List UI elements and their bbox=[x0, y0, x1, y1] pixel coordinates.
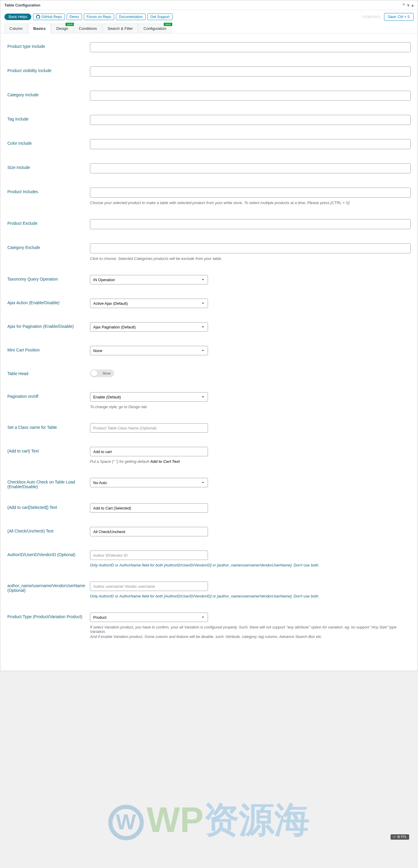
panel-title: Table Configuration bbox=[4, 3, 40, 7]
label-product-visibility-include: Product visibility Include bbox=[7, 66, 90, 73]
row-product-type-include: Product type Include bbox=[7, 42, 411, 52]
row-all-check: (All Check/Uncheck) Text bbox=[7, 527, 411, 536]
helper-author-name: Only AuthorID or AuthorName field for bo… bbox=[90, 594, 411, 598]
support-button[interactable]: Get Support bbox=[147, 13, 173, 20]
label-product-type-include: Product type Include bbox=[7, 42, 90, 49]
select-ajax-pagination[interactable]: Ajax Pagination (Default) bbox=[90, 322, 208, 332]
label-author-id: AuthorID/UserID/VendorID (Optional) bbox=[7, 551, 90, 557]
select-pagination[interactable]: Enable (Default) bbox=[90, 392, 208, 402]
toolbar-left: Basic Helps GitHub Repo Demo Forum on Re… bbox=[4, 13, 173, 20]
label-category-include: Category Include bbox=[7, 91, 90, 97]
label-color-include: Color Include bbox=[7, 139, 90, 146]
label-add-to-cart-selected: (Add to cart[Selected]) Text bbox=[7, 503, 90, 510]
select-ajax-action[interactable]: Active Ajax (Default) bbox=[90, 299, 208, 308]
select-mini-cart[interactable]: None bbox=[90, 346, 208, 355]
tab-column[interactable]: Column bbox=[4, 24, 28, 33]
row-class-name: Set a Class name for Table bbox=[7, 423, 411, 433]
row-taxonomy-query: Taxonomy Query Operation IN Operation bbox=[7, 275, 411, 284]
helper-product-type-1: If select Variation product, you have to… bbox=[90, 625, 411, 634]
tabs: Column Basics DesignSAVE Conditions Sear… bbox=[0, 24, 418, 33]
input-product-visibility-include[interactable] bbox=[90, 66, 411, 76]
tab-search-filter[interactable]: Search & Filter bbox=[103, 24, 138, 33]
label-ajax-pagination: Ajax for Pagination (Enable/Disable) bbox=[7, 322, 90, 329]
row-color-include: Color Include bbox=[7, 139, 411, 149]
row-author-id: AuthorID/UserID/VendorID (Optional) Only… bbox=[7, 551, 411, 567]
select-checkbox-auto[interactable]: No Auto bbox=[90, 478, 208, 487]
input-add-to-cart[interactable] bbox=[90, 447, 208, 456]
row-checkbox-auto: Checkbox Auto Check on Table Load (Enabl… bbox=[7, 478, 411, 489]
row-product-type: Product Type (Product/Variation Product)… bbox=[7, 613, 411, 639]
row-size-include: Size Include bbox=[7, 163, 411, 173]
powered-text: POWERED bbox=[362, 15, 380, 19]
input-class-name[interactable] bbox=[90, 423, 208, 433]
row-table-head: Table Head Show bbox=[7, 369, 411, 378]
label-pagination: Pagination on/off bbox=[7, 392, 90, 399]
input-category-include[interactable] bbox=[90, 91, 411, 101]
input-tag-include[interactable] bbox=[90, 115, 411, 125]
helper-author-id: Only AuthorID or AuthorName field for bo… bbox=[90, 563, 411, 567]
label-taxonomy-query: Taxonomy Query Operation bbox=[7, 275, 90, 281]
documentation-button[interactable]: Documentation bbox=[116, 13, 146, 20]
tab-design[interactable]: DesignSAVE bbox=[51, 24, 73, 33]
row-product-exclude: Product Exclude bbox=[7, 219, 411, 229]
helper-product-type-2: And if enable Variation product, Some co… bbox=[90, 634, 411, 639]
label-ajax-action: Ajax Action (Enable/Disable) bbox=[7, 299, 90, 305]
toggle-table-head[interactable]: Show bbox=[90, 369, 114, 377]
input-product-type-include[interactable] bbox=[90, 42, 411, 52]
panel-collapse-down-icon[interactable]: ∨ bbox=[407, 3, 410, 7]
row-mini-cart: Mini Cart Position None bbox=[7, 346, 411, 355]
select-taxonomy-query[interactable]: IN Operation bbox=[90, 275, 208, 284]
row-ajax-pagination: Ajax for Pagination (Enable/Disable) Aja… bbox=[7, 322, 411, 332]
input-size-include[interactable] bbox=[90, 163, 411, 173]
input-category-exclude[interactable] bbox=[90, 243, 411, 253]
input-author-name[interactable] bbox=[90, 582, 208, 591]
row-ajax-action: Ajax Action (Enable/Disable) Active Ajax… bbox=[7, 299, 411, 308]
label-mini-cart: Mini Cart Position bbox=[7, 346, 90, 352]
helper-add-to-cart: Put a Space (" ") for getting default Ad… bbox=[90, 459, 411, 464]
helper-category-exclude: Click to choose. Selected Categories pro… bbox=[90, 256, 411, 261]
save-button[interactable]: Save: Ctrl + S bbox=[384, 13, 414, 21]
label-product-type: Product Type (Product/Variation Product) bbox=[7, 613, 90, 619]
label-add-to-cart: (Add to cart) Text bbox=[7, 447, 90, 453]
row-add-to-cart-selected: (Add to cart[Selected]) Text bbox=[7, 503, 411, 513]
helper-product-includes: Choose your selected product to make a t… bbox=[90, 200, 411, 205]
select-product-type[interactable]: Product bbox=[90, 613, 208, 622]
toolbar-right: POWERED Save: Ctrl + S bbox=[362, 13, 414, 21]
row-author-name: author_name/username/VendorUserName (Opt… bbox=[7, 582, 411, 598]
row-pagination: Pagination on/off Enable (Default) To ch… bbox=[7, 392, 411, 409]
toolbar: Basic Helps GitHub Repo Demo Forum on Re… bbox=[0, 10, 418, 24]
input-product-exclude[interactable] bbox=[90, 219, 411, 229]
input-add-to-cart-selected[interactable] bbox=[90, 503, 208, 513]
row-add-to-cart: (Add to cart) Text Put a Space (" ") for… bbox=[7, 447, 411, 464]
row-product-includes: Product Includes Choose your selected pr… bbox=[7, 188, 411, 205]
github-repo-button[interactable]: GitHub Repo bbox=[33, 13, 65, 20]
row-product-visibility-include: Product visibility Include bbox=[7, 66, 411, 76]
row-category-include: Category Include bbox=[7, 91, 411, 101]
panel-collapse-up-icon[interactable]: ^ bbox=[403, 3, 405, 7]
label-category-exclude: Category Exclude bbox=[7, 243, 90, 250]
row-tag-include: Tag Include bbox=[7, 115, 411, 125]
form-body: Product type Include Product visibility … bbox=[0, 33, 418, 671]
table-configuration-panel: Table Configuration ^ ∨ ▴ Basic Helps Gi… bbox=[0, 0, 418, 671]
github-icon bbox=[36, 15, 40, 19]
panel-menu-icon[interactable]: ▴ bbox=[412, 3, 414, 7]
tab-configuration[interactable]: ConfigurationSAVE bbox=[139, 24, 171, 33]
input-all-check[interactable] bbox=[90, 527, 208, 536]
demo-button[interactable]: Demo bbox=[67, 13, 82, 20]
toggle-knob bbox=[91, 370, 97, 376]
input-product-includes[interactable] bbox=[90, 188, 411, 197]
helper-pagination: To change style, go to Design tab bbox=[90, 405, 411, 409]
forum-button[interactable]: Forum on Repo bbox=[84, 13, 114, 20]
tab-conditions[interactable]: Conditions bbox=[74, 24, 102, 33]
label-all-check: (All Check/Uncheck) Text bbox=[7, 527, 90, 533]
input-color-include[interactable] bbox=[90, 139, 411, 149]
tab-basics[interactable]: Basics bbox=[28, 24, 51, 33]
label-product-exclude: Product Exclude bbox=[7, 219, 90, 226]
label-table-head: Table Head bbox=[7, 369, 90, 376]
row-category-exclude: Category Exclude Click to choose. Select… bbox=[7, 243, 411, 261]
save-badge: SAVE bbox=[66, 23, 74, 26]
label-checkbox-auto: Checkbox Auto Check on Table Load (Enabl… bbox=[7, 478, 90, 489]
basic-helps-button[interactable]: Basic Helps bbox=[4, 13, 31, 20]
label-product-includes: Product Includes bbox=[7, 188, 90, 194]
input-author-id[interactable] bbox=[90, 551, 208, 560]
